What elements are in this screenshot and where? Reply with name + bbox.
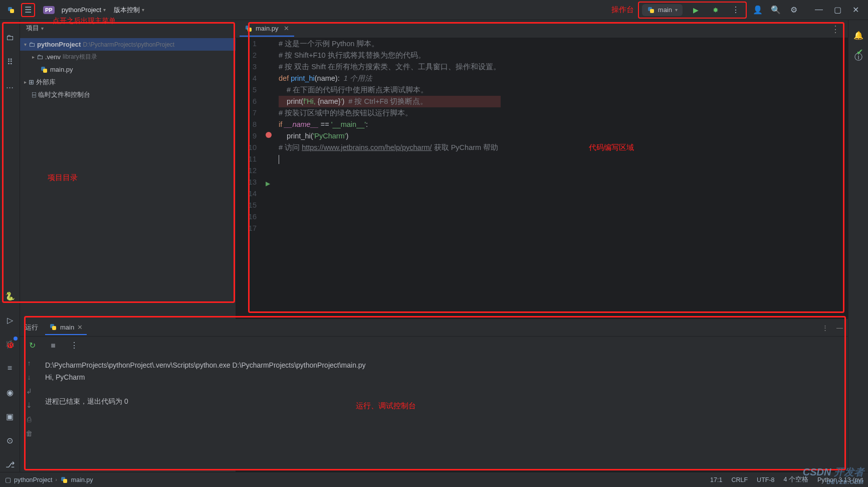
run-button[interactable]: ▶: [689, 3, 703, 17]
settings-icon[interactable]: ⚙: [787, 3, 801, 17]
print-icon[interactable]: ⎙: [27, 415, 31, 423]
tree-file-label: main.py: [50, 66, 73, 73]
maximize-button[interactable]: ▢: [834, 5, 841, 15]
run-output[interactable]: D:\PycharmProjects\pythonProject\.venv\S…: [38, 354, 848, 469]
editor-tab-label: main.py: [256, 25, 279, 32]
structure-tool-icon[interactable]: ⠿: [3, 54, 18, 69]
line-separator[interactable]: CRLF: [731, 476, 748, 483]
python-file-icon: [60, 476, 68, 484]
breakpoint-icon[interactable]: [266, 132, 272, 138]
indent-setting[interactable]: 4 个空格: [784, 475, 808, 484]
project-tool-icon[interactable]: 🗀: [3, 30, 18, 45]
tree-venv-label: .venv: [45, 53, 61, 61]
library-icon: ⊞: [29, 78, 34, 86]
chevron-right-icon: ›: [55, 477, 57, 482]
tab-more-button[interactable]: ⋮: [827, 24, 844, 35]
inspection-ok-icon[interactable]: ✔: [856, 47, 863, 57]
services-tool-icon[interactable]: ◉: [3, 385, 18, 400]
run-more-button[interactable]: ⋮: [822, 324, 828, 332]
python-icon: [49, 323, 57, 331]
module-icon: ▢: [5, 476, 11, 483]
search-icon[interactable]: 🔍: [769, 3, 783, 17]
encoding[interactable]: UTF-8: [757, 476, 774, 483]
rerun-button[interactable]: ↻: [25, 339, 39, 353]
scroll-icon[interactable]: ⇣: [26, 401, 32, 409]
account-icon[interactable]: 👤: [751, 3, 765, 17]
run-tool-icon[interactable]: ▷: [3, 312, 18, 328]
problems-tool-icon[interactable]: ⊙: [3, 433, 18, 448]
project-badge: PP: [43, 6, 55, 14]
python-icon: [647, 6, 655, 14]
run-tab-main[interactable]: main ✕: [45, 320, 87, 335]
breadcrumb-project[interactable]: pythonProject: [14, 476, 52, 483]
chevron-right-icon: ▸: [24, 79, 27, 85]
close-tab-icon[interactable]: ✕: [77, 323, 83, 331]
folder-icon: 🗀: [29, 41, 35, 48]
interpreter[interactable]: Python 3.13 (pyt: [817, 476, 863, 483]
vcs-label: 版本控制: [114, 6, 140, 15]
tree-scratch-label: 临时文件和控制台: [38, 90, 90, 99]
run-tab-label: main: [60, 323, 74, 331]
run-config-label: main: [658, 6, 672, 14]
tree-root-path: D:\PycharmProjects\pythonProject: [83, 41, 174, 48]
notifications-icon[interactable]: 🔔: [851, 28, 865, 42]
annotation-toolbar: 操作台: [611, 5, 634, 15]
tree-venv[interactable]: ▸ 🗀 .venv library根目录: [20, 51, 236, 63]
tree-venv-hint: library根目录: [63, 53, 97, 61]
annotation-editor: 代码编写区域: [589, 143, 634, 152]
stop-button[interactable]: ■: [46, 339, 60, 353]
wrap-icon[interactable]: ↲: [26, 387, 32, 395]
chevron-down-icon: ▾: [103, 7, 106, 13]
down-icon[interactable]: ↓: [28, 373, 31, 381]
tree-extlib-label: 外部库: [36, 78, 56, 87]
annotation-console: 运行、调试控制台: [356, 401, 416, 411]
more-actions-button[interactable]: ⋮: [729, 3, 743, 17]
python-console-icon[interactable]: 🐍: [3, 288, 18, 303]
scratch-icon: ⌸: [32, 91, 36, 98]
app-icon: [4, 3, 18, 17]
chevron-down-icon: ▾: [142, 7, 144, 13]
chevron-down-icon: ▾: [675, 7, 678, 13]
python-file-icon: [245, 25, 253, 33]
debug-button[interactable]: ✸: [709, 3, 723, 17]
close-tab-icon[interactable]: ✕: [284, 25, 289, 32]
run-toolbar-group: main ▾ ▶ ✸ ⋮: [638, 2, 747, 19]
run-config-selector[interactable]: main ▾: [642, 4, 683, 16]
output-cmd: D:\PycharmProjects\pythonProject\.venv\S…: [45, 361, 366, 369]
git-tool-icon[interactable]: ⎇: [3, 457, 18, 472]
tree-root[interactable]: ▾ 🗀 pythonProject D:\PycharmProjects\pyt…: [20, 38, 236, 51]
tree-file-main[interactable]: main.py: [20, 63, 236, 76]
project-panel-title: 项目: [26, 24, 39, 33]
run-gutter-icon[interactable]: ▶: [266, 178, 270, 190]
chevron-right-icon: ▸: [32, 54, 35, 60]
annotation-project: 项目目录: [48, 173, 78, 183]
more-tool-icon[interactable]: …: [3, 78, 18, 93]
output-exit: 进程已结束，退出代码为 0: [45, 397, 128, 405]
project-name-label: pythonProject: [62, 6, 102, 14]
hide-panel-button[interactable]: —: [836, 324, 843, 332]
cursor-position[interactable]: 17:1: [710, 476, 722, 483]
chevron-down-icon: ▾: [41, 26, 44, 31]
close-button[interactable]: ✕: [852, 5, 859, 15]
tree-external-libs[interactable]: ▸ ⊞ 外部库: [20, 76, 236, 88]
annotation-menu-hint: 点开之后出现主菜单: [53, 17, 116, 26]
terminal-tool-icon[interactable]: ▣: [3, 409, 18, 424]
output-line: Hi, PyCharm: [45, 373, 85, 381]
folder-icon: 🗀: [37, 53, 43, 61]
breadcrumb-file[interactable]: main.py: [71, 476, 93, 483]
vcs-menu[interactable]: 版本控制▾: [110, 4, 148, 17]
up-icon[interactable]: ↑: [28, 359, 31, 367]
run-toolbar-more[interactable]: ⋮: [67, 339, 81, 353]
debug-tool-icon[interactable]: 🐞: [3, 337, 18, 352]
project-selector[interactable]: pythonProject▾: [58, 4, 110, 16]
python-file-icon: [40, 66, 48, 74]
tree-root-label: pythonProject: [37, 41, 81, 48]
run-panel-title: 运行: [25, 323, 38, 332]
minimize-button[interactable]: —: [815, 5, 823, 15]
trash-icon[interactable]: 🗑: [26, 429, 33, 437]
main-menu-button[interactable]: ☰: [21, 3, 35, 17]
tree-scratches[interactable]: ⌸ 临时文件和控制台: [20, 88, 236, 101]
packages-tool-icon[interactable]: ≡: [3, 361, 18, 376]
editor-tab-main[interactable]: main.py ✕: [240, 22, 294, 37]
chevron-down-icon: ▾: [24, 42, 27, 47]
